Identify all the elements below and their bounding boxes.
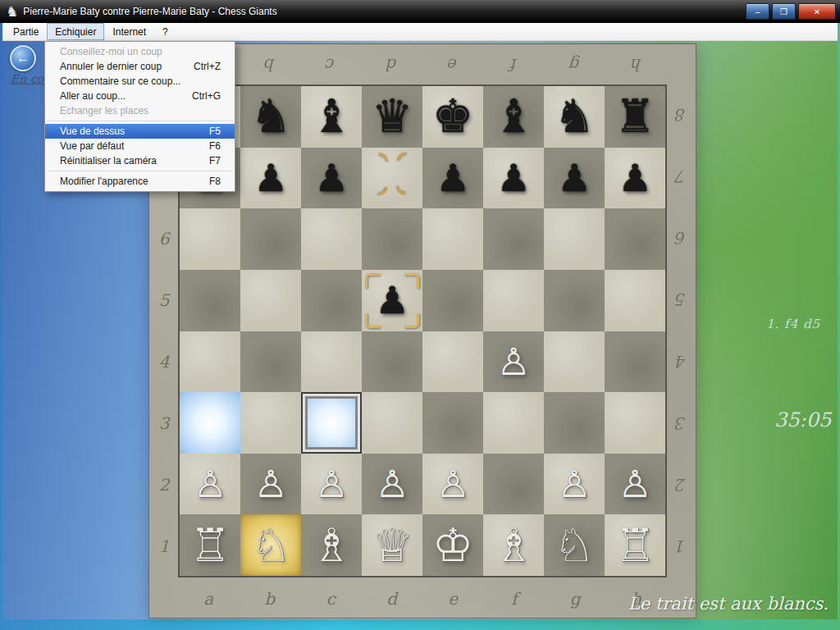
square-c5[interactable] <box>301 270 362 331</box>
piece-white-pawn[interactable]: ♙ <box>618 465 651 503</box>
square-c8[interactable]: ♝ <box>301 86 362 148</box>
square-g2[interactable]: ♙ <box>544 454 605 515</box>
piece-black-rook[interactable]: ♜ <box>614 94 655 139</box>
square-f7[interactable]: ♟ <box>483 148 544 209</box>
maximize-button[interactable]: ❐ <box>772 3 796 20</box>
menu-item-modifier-l-apparence[interactable]: Modifier l'apparenceF8 <box>45 174 235 189</box>
square-a1[interactable]: ♖ <box>180 514 240 576</box>
square-d4[interactable] <box>362 331 422 393</box>
square-e1[interactable]: ♔ <box>422 514 483 576</box>
menu-item-commentaire-sur-ce-coup[interactable]: Commentaire sur ce coup... <box>45 74 235 89</box>
square-h7[interactable]: ♟ <box>605 148 665 209</box>
piece-white-pawn[interactable]: ♙ <box>314 465 348 503</box>
piece-white-pawn[interactable]: ♙ <box>253 465 287 503</box>
square-h5[interactable] <box>605 270 665 331</box>
piece-white-queen[interactable]: ♕ <box>372 523 413 568</box>
square-b4[interactable] <box>240 331 301 393</box>
square-g5[interactable] <box>544 270 605 331</box>
piece-white-knight[interactable]: ♘ <box>250 523 291 568</box>
square-a6[interactable] <box>180 208 240 270</box>
square-g8[interactable]: ♞ <box>544 86 605 148</box>
square-b5[interactable] <box>240 270 301 331</box>
square-b8[interactable]: ♞ <box>240 86 301 148</box>
square-e5[interactable] <box>422 270 483 331</box>
square-c1[interactable]: ♗ <box>301 514 362 576</box>
piece-black-bishop[interactable]: ♝ <box>493 94 534 139</box>
square-e7[interactable]: ♟ <box>422 148 483 209</box>
square-d8[interactable]: ♛ <box>362 86 422 148</box>
square-h8[interactable]: ♜ <box>605 86 665 148</box>
piece-white-king[interactable]: ♔ <box>432 523 473 568</box>
piece-black-pawn[interactable]: ♟ <box>496 159 530 197</box>
square-f3[interactable] <box>483 392 544 454</box>
square-e4[interactable] <box>422 331 483 393</box>
menubar-item-aide[interactable]: ? <box>154 23 176 40</box>
piece-white-knight[interactable]: ♘ <box>554 523 595 568</box>
square-g4[interactable] <box>544 331 605 393</box>
piece-black-pawn[interactable]: ♟ <box>557 159 591 197</box>
menu-item-vue-par-defaut[interactable]: Vue par défautF6 <box>45 139 235 153</box>
square-e2[interactable]: ♙ <box>422 454 483 515</box>
square-h1[interactable]: ♖ <box>605 514 665 576</box>
piece-black-king[interactable]: ♚ <box>432 94 473 139</box>
square-b2[interactable]: ♙ <box>240 454 301 515</box>
piece-white-pawn[interactable]: ♙ <box>375 465 409 503</box>
square-e6[interactable] <box>422 208 483 270</box>
square-b3[interactable] <box>240 392 301 454</box>
piece-white-rook[interactable]: ♖ <box>189 523 231 568</box>
menu-item-aller-au-coup[interactable]: Aller au coup...Ctrl+G <box>45 89 235 103</box>
square-a5[interactable] <box>180 270 240 331</box>
square-e8[interactable]: ♚ <box>422 86 483 148</box>
piece-white-rook[interactable]: ♖ <box>614 523 655 568</box>
piece-black-pawn[interactable]: ♟ <box>618 159 651 197</box>
close-button[interactable]: ✕ <box>798 3 836 20</box>
piece-black-knight[interactable]: ♞ <box>554 94 595 139</box>
square-f6[interactable] <box>483 208 544 270</box>
square-g6[interactable] <box>544 208 605 270</box>
square-d2[interactable]: ♙ <box>362 454 422 515</box>
piece-white-pawn[interactable]: ♙ <box>436 465 469 503</box>
piece-white-pawn[interactable]: ♙ <box>557 465 591 503</box>
square-b7[interactable]: ♟ <box>240 148 301 209</box>
back-button[interactable]: ← <box>10 45 36 71</box>
square-d5[interactable]: ♟ <box>362 270 422 331</box>
square-f5[interactable] <box>483 270 544 331</box>
menu-item-vue-de-dessus[interactable]: Vue de dessusF5 <box>45 124 235 139</box>
piece-black-pawn[interactable]: ♟ <box>253 159 287 197</box>
square-h4[interactable] <box>605 331 665 393</box>
square-d3[interactable] <box>362 392 422 454</box>
piece-white-bishop[interactable]: ♗ <box>311 523 352 568</box>
piece-black-knight[interactable]: ♞ <box>250 94 291 139</box>
piece-white-pawn[interactable]: ♙ <box>496 343 530 381</box>
square-f4[interactable]: ♙ <box>483 331 544 393</box>
square-b1[interactable]: ♘ <box>240 514 301 576</box>
square-a3[interactable] <box>180 392 240 454</box>
square-g3[interactable] <box>544 392 605 454</box>
square-h2[interactable]: ♙ <box>605 454 665 515</box>
square-d7[interactable] <box>362 148 422 209</box>
menu-item-reinitialiser-la-camera[interactable]: Réinitialiser la caméraF7 <box>45 153 235 168</box>
square-a4[interactable] <box>180 331 240 393</box>
menubar-item-echiquier[interactable]: Echiquier <box>47 23 104 40</box>
square-b6[interactable] <box>240 208 301 270</box>
piece-black-queen[interactable]: ♛ <box>372 94 413 139</box>
square-f2[interactable] <box>483 454 544 515</box>
piece-white-pawn[interactable]: ♙ <box>193 465 226 503</box>
menubar-item-internet[interactable]: Internet <box>104 23 154 40</box>
square-g1[interactable]: ♘ <box>544 514 605 576</box>
square-c4[interactable] <box>301 331 362 393</box>
square-d6[interactable] <box>362 208 422 270</box>
square-c2[interactable]: ♙ <box>301 454 362 515</box>
menu-item-annuler-le-dernier-coup[interactable]: Annuler le dernier coupCtrl+Z <box>45 59 235 74</box>
piece-white-bishop[interactable]: ♗ <box>493 523 534 568</box>
menubar-item-partie[interactable]: Partie <box>5 23 47 40</box>
square-a2[interactable]: ♙ <box>180 454 240 515</box>
square-c6[interactable] <box>301 208 362 270</box>
piece-black-pawn[interactable]: ♟ <box>436 159 469 197</box>
piece-black-bishop[interactable]: ♝ <box>311 94 352 139</box>
square-c7[interactable]: ♟ <box>301 148 362 209</box>
piece-black-pawn[interactable]: ♟ <box>314 159 348 197</box>
square-h6[interactable] <box>605 208 665 270</box>
square-h3[interactable] <box>605 392 665 454</box>
square-f1[interactable]: ♗ <box>483 514 544 576</box>
